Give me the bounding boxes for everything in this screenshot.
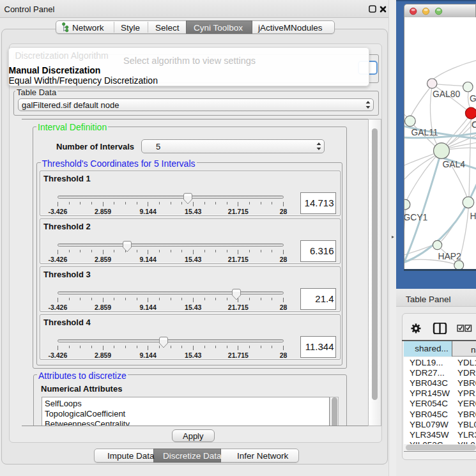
svg-text:HI: HI: [470, 211, 476, 221]
svg-text:GAL80: GAL80: [433, 89, 460, 99]
svg-text:GCY1: GCY1: [404, 212, 428, 222]
svg-text:GAL11: GAL11: [411, 127, 438, 137]
svg-text:HAP2: HAP2: [438, 251, 461, 261]
svg-text:CY: CY: [472, 119, 476, 130]
svg-text:GAL4: GAL4: [442, 159, 465, 169]
svg-text:GA: GA: [470, 93, 476, 104]
